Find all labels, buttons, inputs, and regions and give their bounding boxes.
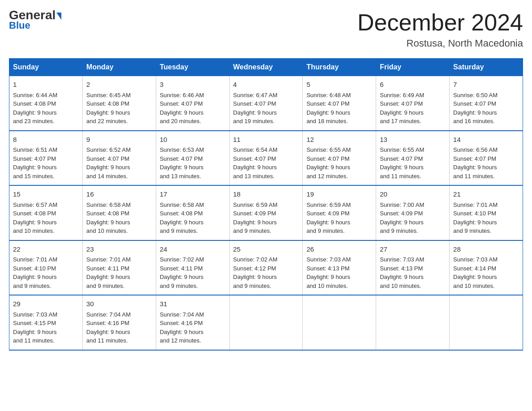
- calendar-week-row: 1 Sunrise: 6:44 AMSunset: 4:08 PMDayligh…: [9, 76, 523, 131]
- day-number: 22: [13, 244, 79, 255]
- table-row: 17 Sunrise: 6:58 AMSunset: 4:08 PMDaylig…: [156, 185, 229, 240]
- day-info: Sunrise: 6:59 AMSunset: 4:09 PMDaylight:…: [233, 201, 278, 235]
- table-row: [376, 295, 450, 350]
- day-number: 5: [306, 80, 372, 90]
- day-info: Sunrise: 6:48 AMSunset: 4:07 PMDaylight:…: [306, 92, 351, 125]
- logo: General Blue: [9, 9, 61, 31]
- table-row: 21 Sunrise: 7:01 AMSunset: 4:10 PMDaylig…: [450, 185, 523, 240]
- table-row: 29 Sunrise: 7:03 AMSunset: 4:15 PMDaylig…: [9, 295, 83, 350]
- day-number: 1: [13, 80, 79, 90]
- day-info: Sunrise: 6:55 AMSunset: 4:07 PMDaylight:…: [380, 146, 424, 180]
- day-info: Sunrise: 6:45 AMSunset: 4:08 PMDaylight:…: [86, 92, 131, 125]
- day-info: Sunrise: 6:53 AMSunset: 4:07 PMDaylight:…: [160, 146, 204, 180]
- col-wednesday: Wednesday: [229, 59, 303, 76]
- table-row: 15 Sunrise: 6:57 AMSunset: 4:08 PMDaylig…: [9, 185, 83, 240]
- table-row: 26 Sunrise: 7:03 AMSunset: 4:13 PMDaylig…: [303, 240, 376, 295]
- day-number: 2: [86, 80, 152, 90]
- col-friday: Friday: [376, 59, 450, 76]
- table-row: 31 Sunrise: 7:04 AMSunset: 4:16 PMDaylig…: [156, 295, 229, 350]
- day-info: Sunrise: 6:57 AMSunset: 4:08 PMDaylight:…: [13, 201, 57, 235]
- day-number: 25: [233, 244, 299, 255]
- day-info: Sunrise: 6:46 AMSunset: 4:07 PMDaylight:…: [160, 92, 204, 125]
- day-number: 28: [453, 244, 519, 255]
- day-number: 15: [13, 189, 79, 200]
- table-row: 18 Sunrise: 6:59 AMSunset: 4:09 PMDaylig…: [229, 185, 303, 240]
- calendar-header-row: Sunday Monday Tuesday Wednesday Thursday…: [9, 59, 523, 76]
- table-row: 1 Sunrise: 6:44 AMSunset: 4:08 PMDayligh…: [9, 76, 83, 131]
- title-block: December 2024 Rostusa, North Macedonia: [357, 9, 523, 49]
- table-row: 19 Sunrise: 6:59 AMSunset: 4:09 PMDaylig…: [303, 185, 376, 240]
- day-number: 9: [86, 135, 152, 145]
- day-info: Sunrise: 7:03 AMSunset: 4:13 PMDaylight:…: [380, 256, 424, 289]
- day-number: 10: [160, 135, 226, 145]
- day-info: Sunrise: 6:55 AMSunset: 4:07 PMDaylight:…: [306, 146, 351, 180]
- col-thursday: Thursday: [303, 59, 376, 76]
- day-number: 4: [233, 80, 299, 90]
- day-number: 21: [453, 189, 519, 200]
- day-info: Sunrise: 7:03 AMSunset: 4:14 PMDaylight:…: [453, 256, 498, 289]
- table-row: 10 Sunrise: 6:53 AMSunset: 4:07 PMDaylig…: [156, 131, 229, 186]
- table-row: [303, 295, 376, 350]
- day-info: Sunrise: 7:01 AMSunset: 4:10 PMDaylight:…: [13, 256, 57, 289]
- table-row: 27 Sunrise: 7:03 AMSunset: 4:13 PMDaylig…: [376, 240, 450, 295]
- day-number: 31: [160, 299, 226, 309]
- day-info: Sunrise: 7:02 AMSunset: 4:12 PMDaylight:…: [233, 256, 278, 289]
- table-row: 8 Sunrise: 6:51 AMSunset: 4:07 PMDayligh…: [9, 131, 83, 186]
- day-info: Sunrise: 6:47 AMSunset: 4:07 PMDaylight:…: [233, 92, 278, 125]
- day-number: 27: [380, 244, 446, 255]
- calendar-title: December 2024: [357, 9, 523, 36]
- day-info: Sunrise: 6:52 AMSunset: 4:07 PMDaylight:…: [86, 146, 131, 180]
- day-info: Sunrise: 7:03 AMSunset: 4:13 PMDaylight:…: [306, 256, 351, 289]
- calendar-subtitle: Rostusa, North Macedonia: [357, 38, 523, 49]
- day-number: 12: [306, 135, 372, 145]
- day-number: 23: [86, 244, 152, 255]
- table-row: 20 Sunrise: 7:00 AMSunset: 4:09 PMDaylig…: [376, 185, 450, 240]
- day-number: 26: [306, 244, 372, 255]
- table-row: 11 Sunrise: 6:54 AMSunset: 4:07 PMDaylig…: [229, 131, 303, 186]
- table-row: 2 Sunrise: 6:45 AMSunset: 4:08 PMDayligh…: [82, 76, 156, 131]
- table-row: 9 Sunrise: 6:52 AMSunset: 4:07 PMDayligh…: [82, 131, 156, 186]
- table-row: 25 Sunrise: 7:02 AMSunset: 4:12 PMDaylig…: [229, 240, 303, 295]
- table-row: 23 Sunrise: 7:01 AMSunset: 4:11 PMDaylig…: [82, 240, 156, 295]
- table-row: 14 Sunrise: 6:56 AMSunset: 4:07 PMDaylig…: [450, 131, 523, 186]
- day-info: Sunrise: 7:02 AMSunset: 4:11 PMDaylight:…: [160, 256, 204, 289]
- table-row: 12 Sunrise: 6:55 AMSunset: 4:07 PMDaylig…: [303, 131, 376, 186]
- col-tuesday: Tuesday: [156, 59, 229, 76]
- table-row: 5 Sunrise: 6:48 AMSunset: 4:07 PMDayligh…: [303, 76, 376, 131]
- day-number: 24: [160, 244, 226, 255]
- day-number: 30: [86, 299, 152, 309]
- day-number: 3: [160, 80, 226, 90]
- day-info: Sunrise: 6:54 AMSunset: 4:07 PMDaylight:…: [233, 146, 278, 180]
- day-info: Sunrise: 6:58 AMSunset: 4:08 PMDaylight:…: [160, 201, 204, 235]
- col-sunday: Sunday: [9, 59, 83, 76]
- day-info: Sunrise: 7:04 AMSunset: 4:16 PMDaylight:…: [86, 311, 131, 344]
- page-header: General Blue December 2024 Rostusa, Nort…: [9, 9, 523, 49]
- table-row: 13 Sunrise: 6:55 AMSunset: 4:07 PMDaylig…: [376, 131, 450, 186]
- day-info: Sunrise: 6:56 AMSunset: 4:07 PMDaylight:…: [453, 146, 498, 180]
- day-number: 17: [160, 189, 226, 200]
- day-info: Sunrise: 7:01 AMSunset: 4:11 PMDaylight:…: [86, 256, 131, 289]
- calendar-week-row: 15 Sunrise: 6:57 AMSunset: 4:08 PMDaylig…: [9, 185, 523, 240]
- logo-blue-text: Blue: [9, 20, 30, 31]
- day-info: Sunrise: 6:51 AMSunset: 4:07 PMDaylight:…: [13, 146, 57, 180]
- calendar-week-row: 8 Sunrise: 6:51 AMSunset: 4:07 PMDayligh…: [9, 131, 523, 186]
- table-row: [229, 295, 303, 350]
- calendar-week-row: 29 Sunrise: 7:03 AMSunset: 4:15 PMDaylig…: [9, 295, 523, 350]
- day-number: 8: [13, 135, 79, 145]
- table-row: 16 Sunrise: 6:58 AMSunset: 4:08 PMDaylig…: [82, 185, 156, 240]
- table-row: 7 Sunrise: 6:50 AMSunset: 4:07 PMDayligh…: [450, 76, 523, 131]
- table-row: 4 Sunrise: 6:47 AMSunset: 4:07 PMDayligh…: [229, 76, 303, 131]
- day-number: 19: [306, 189, 372, 200]
- col-monday: Monday: [82, 59, 156, 76]
- day-number: 11: [233, 135, 299, 145]
- day-number: 14: [453, 135, 519, 145]
- table-row: 6 Sunrise: 6:49 AMSunset: 4:07 PMDayligh…: [376, 76, 450, 131]
- day-number: 7: [453, 80, 519, 90]
- calendar-week-row: 22 Sunrise: 7:01 AMSunset: 4:10 PMDaylig…: [9, 240, 523, 295]
- day-info: Sunrise: 7:01 AMSunset: 4:10 PMDaylight:…: [453, 201, 498, 235]
- table-row: 28 Sunrise: 7:03 AMSunset: 4:14 PMDaylig…: [450, 240, 523, 295]
- day-info: Sunrise: 6:58 AMSunset: 4:08 PMDaylight:…: [86, 201, 131, 235]
- day-info: Sunrise: 6:44 AMSunset: 4:08 PMDaylight:…: [13, 92, 57, 125]
- day-info: Sunrise: 7:00 AMSunset: 4:09 PMDaylight:…: [380, 201, 424, 235]
- table-row: 24 Sunrise: 7:02 AMSunset: 4:11 PMDaylig…: [156, 240, 229, 295]
